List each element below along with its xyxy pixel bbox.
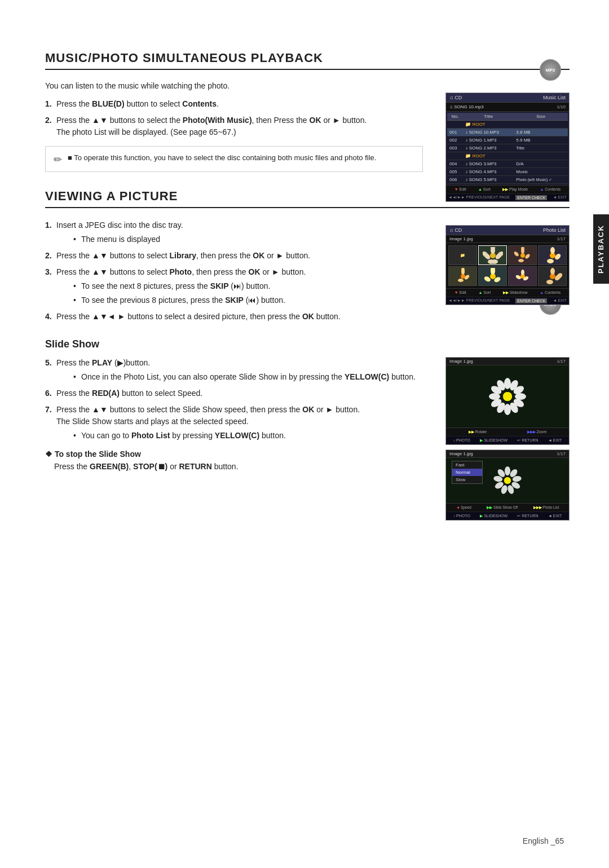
music-now-playing: ♫ SONG 10.mp3 1/10 xyxy=(446,103,569,112)
list-item: The menu is displayed xyxy=(73,233,423,245)
photo-thumb xyxy=(538,266,567,286)
table-row: 003 ♪ SONG 2.MP3 Title xyxy=(447,144,568,152)
music-photo-text: You can listen to the music while watchi… xyxy=(45,81,423,172)
slideshow-title: Slide Show xyxy=(45,338,570,350)
svg-point-34 xyxy=(550,268,555,275)
mp3-badge: MP3 xyxy=(546,68,555,73)
list-item: To see the previous 8 pictures, press th… xyxy=(73,294,423,306)
table-row: 📁 ROOT xyxy=(447,152,568,160)
music-table-header: No. Title Size xyxy=(447,113,568,121)
step-3-bullets: To see the next 8 pictures, press the SK… xyxy=(56,280,423,306)
music-photo-steps: 1. Press the BLUE(D) button to select Co… xyxy=(45,98,423,138)
step-5-bullets: Once in the Photo List, you can also ope… xyxy=(56,371,423,383)
slideshow-nav: ♪ PHOTO ▶ SLIDESHOW ↩ RETURN ◄ EXIT xyxy=(446,436,569,444)
table-row: 004 ♪ SONG 3.MP3 D/A xyxy=(447,160,568,168)
svg-point-19 xyxy=(461,274,465,279)
step-1-view: 1. Insert a JPEG disc into the disc tray… xyxy=(45,219,423,245)
slideshow-display xyxy=(446,365,569,428)
slideshow-file-info: Image 1.jpg 1/17 xyxy=(446,358,569,365)
step-1-music: 1. Press the BLUE(D) button to select Co… xyxy=(45,98,423,110)
photo-list-screen: ♫ CD Photo List Image 1.jpg 1/17 📁 xyxy=(445,225,570,305)
photo-thumb: 📁 xyxy=(448,245,477,265)
sidebar-label: PLAYBACK xyxy=(597,224,605,274)
speed-file-info: Image 1.jpg 1/17 xyxy=(446,450,569,458)
svg-point-30 xyxy=(521,270,524,275)
viewing-text: 1. Insert a JPEG disc into the disc tray… xyxy=(45,219,423,323)
photo-thumb xyxy=(478,245,507,265)
step-2-view: 2. Press the ▲▼ buttons to select Librar… xyxy=(45,250,423,262)
stop-title: ❖ To stop the Slide Show xyxy=(45,450,423,459)
step-1-bullets: The menu is displayed xyxy=(56,233,423,245)
stop-slideshow-section: ❖ To stop the Slide Show Press the GREEN… xyxy=(45,450,423,471)
speed-option-normal: Normal xyxy=(452,469,482,476)
slideshow-screen-frame: Image 1.jpg 1/17 xyxy=(445,357,570,445)
list-item: You can go to Photo List by pressing YEL… xyxy=(73,430,423,442)
speed-display: Fast Normal Slow xyxy=(446,458,569,503)
svg-point-53 xyxy=(505,466,510,475)
svg-point-7 xyxy=(491,259,498,264)
speed-option-slow: Slow xyxy=(452,476,482,483)
step-4-view: 4. Press the ▲▼◄ ► buttons to select a d… xyxy=(45,311,423,323)
svg-point-62 xyxy=(504,477,511,484)
music-photo-intro: You can listen to the music while watchi… xyxy=(45,81,423,90)
table-row: 001 ♪ SONG 10.MP3 3.8 MB xyxy=(447,129,568,136)
note-text: ■ To operate this function, you have to … xyxy=(68,152,376,164)
page: PLAYBACK MUSIC/PHOTO SIMULTANEOUS PLAYBA… xyxy=(0,0,609,868)
photo-screen-header: ♫ CD Photo List xyxy=(446,226,569,235)
photo-file-info: Image 1.jpg 1/17 xyxy=(446,235,569,243)
svg-point-32 xyxy=(515,274,522,280)
svg-point-39 xyxy=(504,378,511,389)
step-7: 7. Press the ▲▼ buttons to select the Sl… xyxy=(45,404,423,442)
list-item: Once in the Photo List, you can also ope… xyxy=(73,371,423,383)
svg-point-16 xyxy=(550,247,555,254)
photo-screen-frame: ♫ CD Photo List Image 1.jpg 1/17 📁 xyxy=(445,225,570,305)
slideshow-section: Slide Show 5. Press the PLAY (▶)button. … xyxy=(45,338,570,471)
step-2-music: 2. Press the ▲▼ buttons to select the Ph… xyxy=(45,114,423,138)
table-row: 📁 ROOT xyxy=(447,121,568,129)
speed-screen-frame: Image 1.jpg 1/17 xyxy=(445,450,570,521)
slideshow-toolbar: ▶▶ Rotate ▶▶▶ Zoom xyxy=(446,428,569,436)
speed-nav: ♪ PHOTO ▶ SLIDESHOW ↩ RETURN ◄ EXIT xyxy=(446,512,569,520)
step-3-view: 3. Press the ▲▼ buttons to select Photo,… xyxy=(45,266,423,306)
list-item: To see the next 8 pictures, press the SK… xyxy=(73,280,423,292)
table-row: 006 ♪ SONG 5.MP3 Photo (w/h Music) ✓ xyxy=(447,176,568,184)
music-screen-nav: ◄◄/►► PREVIOUS/NEXT PAGE ENTER CHECK ◄ E… xyxy=(446,193,569,201)
photo-screen-toolbar: ▼ Edit ▲ Sort ▶▶ Slideshow ▲ Contents xyxy=(446,288,569,297)
music-photo-title: MUSIC/PHOTO SIMULTANEOUS PLAYBACK xyxy=(45,51,570,70)
music-screen-header: ♫ CD Music List xyxy=(446,93,569,103)
svg-point-12 xyxy=(518,259,524,262)
step-5: 5. Press the PLAY (▶)button. Once in the… xyxy=(45,357,423,383)
svg-point-51 xyxy=(503,392,512,401)
svg-point-9 xyxy=(520,253,525,258)
slideshow-screens: Image 1.jpg 1/17 xyxy=(445,357,570,521)
music-photo-section: MUSIC/PHOTO SIMULTANEOUS PLAYBACK MP3 Yo… xyxy=(45,51,570,172)
slideshow-content: 5. Press the PLAY (▶)button. Once in the… xyxy=(45,357,570,471)
music-list-screen: ♫ CD Music List ♫ SONG 10.mp3 1/10 No. xyxy=(445,92,570,202)
speed-option-fast: Fast xyxy=(452,461,482,469)
svg-point-18 xyxy=(547,259,554,263)
photo-thumb xyxy=(508,266,537,286)
music-screen-toolbar: ▼ Edit ▲ Sort ▶▶ Play Mode ▲ Contents xyxy=(446,185,569,193)
svg-point-45 xyxy=(504,404,511,415)
table-row: 005 ♪ SONG 4.MP3 Music xyxy=(447,168,568,176)
svg-point-36 xyxy=(546,280,553,284)
photo-thumb xyxy=(478,266,507,286)
sidebar-tab: PLAYBACK xyxy=(593,214,609,284)
speed-dropdown: Fast Normal Slow xyxy=(452,461,483,484)
stop-instructions: Press the GREEN(B), STOP(⏹) or RETURN bu… xyxy=(45,462,423,471)
speed-toolbar: ◄ Speed ▶▶ Slide Show Off ▶▶▶ Photo List xyxy=(446,503,569,512)
svg-point-22 xyxy=(458,279,464,282)
svg-point-13 xyxy=(513,250,519,257)
music-table-body: 📁 ROOT 001 ♪ SONG 10.MP3 3.8 MB 002 xyxy=(447,121,568,184)
music-screen-frame: ♫ CD Music List ♫ SONG 10.mp3 1/10 No. xyxy=(445,92,570,202)
photo-thumb xyxy=(448,266,477,286)
table-row: 002 ♪ SONG 1.MP3 5.9 MB xyxy=(447,136,568,144)
svg-point-11 xyxy=(524,253,530,259)
viewing-section: VIEWING A PICTURE JPEG 1. Insert a JPEG … xyxy=(45,189,570,323)
viewing-steps: 1. Insert a JPEG disc into the disc tray… xyxy=(45,219,423,323)
page-number: English _65 xyxy=(523,836,564,845)
slideshow-steps: 5. Press the PLAY (▶)button. Once in the… xyxy=(45,357,423,442)
music-table: No. Title Size 📁 ROOT xyxy=(446,112,569,185)
note-box: ✏ ■ To operate this function, you have t… xyxy=(45,146,423,172)
music-photo-content: You can listen to the music while watchi… xyxy=(45,81,570,172)
